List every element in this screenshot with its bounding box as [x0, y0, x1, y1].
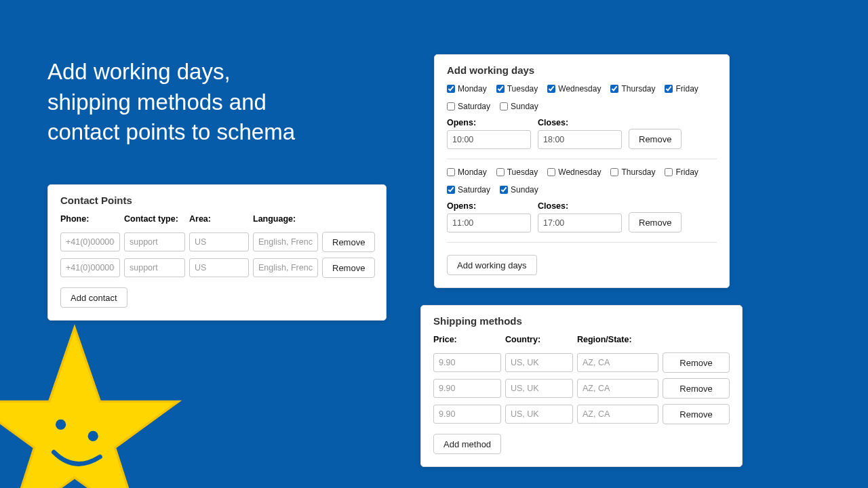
svg-point-2 — [88, 431, 98, 441]
checkbox-wednesday-icon[interactable] — [547, 168, 555, 176]
day-label: Thursday — [621, 167, 655, 177]
day-checkbox-thursday[interactable]: Thursday — [610, 84, 655, 94]
time-row: Opens:Closes:Remove — [447, 201, 717, 232]
checkbox-wednesday-icon[interactable] — [547, 85, 555, 93]
checkbox-sunday-icon[interactable] — [500, 186, 508, 194]
day-label: Wednesday — [558, 167, 601, 177]
label-phone: Phone: — [60, 214, 120, 224]
contact-type-input[interactable] — [124, 232, 185, 251]
label-contact-type: Contact type: — [124, 214, 185, 224]
checkbox-monday-icon[interactable] — [447, 168, 455, 176]
day-checkbox-monday[interactable]: Monday — [447, 84, 487, 94]
contact-type-input[interactable] — [124, 258, 185, 277]
day-checkbox-friday[interactable]: Friday — [665, 167, 698, 177]
remove-shipping-button[interactable]: Remove — [663, 404, 730, 424]
day-checkbox-sunday[interactable]: Sunday — [500, 102, 538, 111]
remove-contact-button[interactable]: Remove — [322, 258, 375, 278]
day-checkbox-thursday[interactable]: Thursday — [610, 167, 655, 177]
time-row: Opens:Closes:Remove — [447, 118, 717, 149]
working-days-title: Add working days — [447, 64, 717, 76]
day-checkbox-saturday[interactable]: Saturday — [447, 185, 490, 195]
day-checkbox-row: MondayTuesdayWednesdayThursdayFridaySatu… — [447, 84, 717, 111]
checkbox-thursday-icon[interactable] — [610, 85, 618, 93]
label-area: Area: — [189, 214, 249, 224]
day-checkbox-friday[interactable]: Friday — [665, 84, 698, 94]
label-language: Language: — [253, 214, 318, 224]
area-input[interactable] — [189, 232, 249, 251]
opens-input[interactable] — [447, 214, 531, 232]
add-contact-button[interactable]: Add contact — [60, 287, 127, 308]
opens-label: Opens: — [447, 201, 531, 211]
phone-input[interactable] — [60, 258, 120, 277]
add-working-days-button[interactable]: Add working days — [447, 255, 537, 275]
shipping-methods-title: Shipping methods — [433, 315, 730, 327]
remove-shipping-button[interactable]: Remove — [663, 352, 730, 373]
add-method-button[interactable]: Add method — [433, 434, 501, 454]
day-checkbox-tuesday[interactable]: Tuesday — [496, 167, 538, 177]
price-input[interactable] — [433, 405, 501, 424]
label-country: Country: — [505, 335, 573, 344]
checkbox-friday-icon[interactable] — [665, 168, 673, 176]
closes-input[interactable] — [538, 130, 622, 149]
day-checkbox-row: MondayTuesdayWednesdayThursdayFridaySatu… — [447, 167, 717, 195]
label-region: Region/State: — [577, 335, 658, 344]
day-label: Friday — [675, 167, 698, 177]
day-checkbox-tuesday[interactable]: Tuesday — [496, 84, 538, 94]
working-days-block: MondayTuesdayWednesdayThursdayFridaySatu… — [447, 84, 717, 159]
contact-row: Remove — [60, 232, 374, 252]
day-label: Sunday — [511, 185, 538, 195]
day-label: Saturday — [458, 102, 490, 111]
checkbox-tuesday-icon[interactable] — [496, 168, 505, 176]
day-checkbox-sunday[interactable]: Sunday — [500, 185, 538, 195]
divider — [447, 242, 717, 243]
checkbox-saturday-icon[interactable] — [447, 186, 455, 194]
day-checkbox-saturday[interactable]: Saturday — [447, 102, 490, 111]
day-label: Tuesday — [507, 167, 538, 177]
country-input[interactable] — [505, 405, 573, 424]
working-days-block: MondayTuesdayWednesdayThursdayFridaySatu… — [447, 167, 717, 243]
contact-points-title: Contact Points — [60, 195, 374, 206]
remove-shipping-button[interactable]: Remove — [663, 378, 730, 399]
day-checkbox-wednesday[interactable]: Wednesday — [547, 167, 601, 177]
area-input[interactable] — [189, 258, 249, 277]
opens-label: Opens: — [447, 118, 531, 127]
language-input[interactable] — [253, 232, 318, 251]
checkbox-sunday-icon[interactable] — [500, 102, 508, 110]
contact-row: Remove — [60, 258, 374, 278]
opens-input[interactable] — [447, 130, 531, 149]
country-input[interactable] — [505, 379, 573, 398]
hero-headline: Add working days,shipping methods andcon… — [47, 57, 295, 148]
checkbox-friday-icon[interactable] — [665, 85, 673, 93]
price-input[interactable] — [433, 379, 501, 398]
day-label: Monday — [458, 84, 487, 94]
closes-label: Closes: — [538, 201, 622, 211]
region-input[interactable] — [577, 353, 658, 372]
day-label: Thursday — [621, 84, 655, 94]
remove-working-days-button[interactable]: Remove — [629, 212, 682, 232]
checkbox-thursday-icon[interactable] — [610, 168, 618, 176]
checkbox-monday-icon[interactable] — [447, 85, 455, 93]
day-label: Monday — [458, 167, 487, 177]
star-mascot-icon — [0, 319, 190, 488]
day-checkbox-monday[interactable]: Monday — [447, 167, 487, 177]
region-input[interactable] — [577, 379, 658, 398]
language-input[interactable] — [253, 258, 318, 277]
country-input[interactable] — [505, 353, 573, 372]
shipping-methods-panel: Shipping methods Price: Country: Region/… — [420, 305, 743, 467]
remove-working-days-button[interactable]: Remove — [629, 129, 682, 149]
checkbox-saturday-icon[interactable] — [447, 102, 455, 110]
checkbox-tuesday-icon[interactable] — [496, 85, 505, 93]
phone-input[interactable] — [60, 232, 120, 251]
region-input[interactable] — [577, 405, 658, 424]
remove-contact-button[interactable]: Remove — [322, 232, 375, 252]
price-input[interactable] — [433, 353, 501, 372]
day-label: Sunday — [511, 102, 538, 111]
shipping-row: Remove — [433, 352, 730, 373]
closes-input[interactable] — [538, 214, 622, 232]
label-price: Price: — [433, 335, 501, 344]
contact-points-panel: Contact Points Phone: Contact type: Area… — [47, 184, 387, 321]
shipping-row: Remove — [433, 404, 730, 424]
day-checkbox-wednesday[interactable]: Wednesday — [547, 84, 601, 94]
day-label: Friday — [675, 84, 698, 94]
day-label: Wednesday — [558, 84, 601, 94]
